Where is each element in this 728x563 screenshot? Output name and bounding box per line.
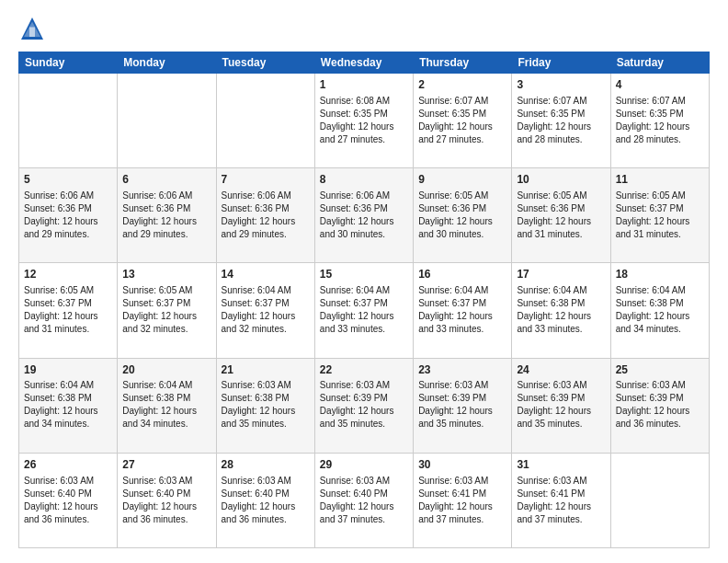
calendar-cell: 12Sunrise: 6:05 AM Sunset: 6:37 PM Dayli… [19,263,118,358]
day-info: Sunrise: 6:03 AM Sunset: 6:39 PM Dayligh… [418,379,506,431]
day-number: 8 [320,172,408,188]
calendar-cell: 25Sunrise: 6:03 AM Sunset: 6:39 PM Dayli… [610,358,709,453]
calendar-cell: 11Sunrise: 6:05 AM Sunset: 6:37 PM Dayli… [610,168,709,263]
calendar-cell: 28Sunrise: 6:03 AM Sunset: 6:40 PM Dayli… [216,453,314,547]
day-info: Sunrise: 6:05 AM Sunset: 6:37 PM Dayligh… [616,190,704,241]
day-number: 31 [517,457,605,473]
calendar-cell: 3Sunrise: 6:07 AM Sunset: 6:35 PM Daylig… [512,74,610,168]
day-info: Sunrise: 6:07 AM Sunset: 6:35 PM Dayligh… [517,95,605,146]
day-number: 29 [320,457,408,473]
day-info: Sunrise: 6:06 AM Sunset: 6:36 PM Dayligh… [122,190,210,241]
day-number: 15 [320,267,408,282]
day-number: 5 [24,172,112,188]
day-info: Sunrise: 6:03 AM Sunset: 6:39 PM Dayligh… [320,379,408,431]
calendar-cell: 27Sunrise: 6:03 AM Sunset: 6:40 PM Dayli… [118,453,216,547]
calendar-cell: 17Sunrise: 6:04 AM Sunset: 6:38 PM Dayli… [512,263,610,358]
day-info: Sunrise: 6:06 AM Sunset: 6:36 PM Dayligh… [320,190,408,241]
calendar-cell: 14Sunrise: 6:04 AM Sunset: 6:37 PM Dayli… [216,263,314,358]
day-number: 3 [517,77,605,93]
calendar-cell: 26Sunrise: 6:03 AM Sunset: 6:40 PM Dayli… [19,453,118,547]
day-info: Sunrise: 6:03 AM Sunset: 6:40 PM Dayligh… [320,475,408,526]
week-row-1: 1Sunrise: 6:08 AM Sunset: 6:35 PM Daylig… [19,74,710,168]
day-number: 13 [122,267,210,282]
day-number: 16 [418,267,506,282]
calendar-cell [216,74,314,168]
calendar-cell: 21Sunrise: 6:03 AM Sunset: 6:38 PM Dayli… [216,358,314,453]
day-number: 22 [320,362,408,378]
day-info: Sunrise: 6:03 AM Sunset: 6:39 PM Dayligh… [616,379,704,431]
day-info: Sunrise: 6:05 AM Sunset: 6:37 PM Dayligh… [122,284,210,336]
day-info: Sunrise: 6:03 AM Sunset: 6:39 PM Dayligh… [517,379,605,431]
day-number: 10 [517,172,605,188]
page: SundayMondayTuesdayWednesdayThursdayFrid… [0,0,728,563]
calendar-cell: 15Sunrise: 6:04 AM Sunset: 6:37 PM Dayli… [314,263,413,358]
day-number: 18 [616,267,704,282]
day-info: Sunrise: 6:04 AM Sunset: 6:37 PM Dayligh… [320,284,408,336]
calendar-cell: 29Sunrise: 6:03 AM Sunset: 6:40 PM Dayli… [314,453,413,547]
calendar-cell: 30Sunrise: 6:03 AM Sunset: 6:41 PM Dayli… [414,453,512,547]
day-number: 11 [616,172,704,188]
day-number: 14 [222,267,310,282]
calendar-cell: 24Sunrise: 6:03 AM Sunset: 6:39 PM Dayli… [512,358,610,453]
calendar-cell: 16Sunrise: 6:04 AM Sunset: 6:37 PM Dayli… [414,263,512,358]
day-info: Sunrise: 6:08 AM Sunset: 6:35 PM Dayligh… [320,95,408,146]
day-info: Sunrise: 6:05 AM Sunset: 6:36 PM Dayligh… [418,190,506,241]
day-number: 2 [418,77,506,93]
day-number: 27 [122,457,210,473]
day-info: Sunrise: 6:04 AM Sunset: 6:38 PM Dayligh… [24,379,112,431]
logo-icon [18,15,46,42]
day-info: Sunrise: 6:04 AM Sunset: 6:37 PM Dayligh… [222,284,310,336]
week-row-2: 5Sunrise: 6:06 AM Sunset: 6:36 PM Daylig… [19,168,710,263]
day-info: Sunrise: 6:04 AM Sunset: 6:38 PM Dayligh… [616,284,704,336]
calendar-cell [118,74,216,168]
day-info: Sunrise: 6:04 AM Sunset: 6:38 PM Dayligh… [122,379,210,431]
day-info: Sunrise: 6:03 AM Sunset: 6:41 PM Dayligh… [418,475,506,526]
calendar-cell: 22Sunrise: 6:03 AM Sunset: 6:39 PM Dayli… [314,358,413,453]
day-number: 28 [222,457,310,473]
week-row-5: 26Sunrise: 6:03 AM Sunset: 6:40 PM Dayli… [19,453,710,547]
day-number: 9 [418,172,506,188]
calendar-cell: 7Sunrise: 6:06 AM Sunset: 6:36 PM Daylig… [216,168,314,263]
day-number: 24 [517,362,605,378]
weekday-header-wednesday: Wednesday [314,52,413,74]
calendar-cell [610,453,709,547]
day-info: Sunrise: 6:04 AM Sunset: 6:37 PM Dayligh… [418,284,506,336]
day-info: Sunrise: 6:04 AM Sunset: 6:38 PM Dayligh… [517,284,605,336]
calendar-cell: 8Sunrise: 6:06 AM Sunset: 6:36 PM Daylig… [314,168,413,263]
day-info: Sunrise: 6:05 AM Sunset: 6:36 PM Dayligh… [517,190,605,241]
calendar-cell [19,74,118,168]
day-info: Sunrise: 6:03 AM Sunset: 6:41 PM Dayligh… [517,475,605,526]
day-number: 25 [616,362,704,378]
day-info: Sunrise: 6:06 AM Sunset: 6:36 PM Dayligh… [222,190,310,241]
calendar-cell: 19Sunrise: 6:04 AM Sunset: 6:38 PM Dayli… [19,358,118,453]
calendar-cell: 6Sunrise: 6:06 AM Sunset: 6:36 PM Daylig… [118,168,216,263]
day-number: 12 [24,267,112,282]
week-row-4: 19Sunrise: 6:04 AM Sunset: 6:38 PM Dayli… [19,358,710,453]
day-number: 23 [418,362,506,378]
calendar-cell: 10Sunrise: 6:05 AM Sunset: 6:36 PM Dayli… [512,168,610,263]
day-info: Sunrise: 6:05 AM Sunset: 6:37 PM Dayligh… [24,284,112,336]
day-info: Sunrise: 6:03 AM Sunset: 6:38 PM Dayligh… [222,379,310,431]
logo [18,15,50,42]
calendar-cell: 20Sunrise: 6:04 AM Sunset: 6:38 PM Dayli… [118,358,216,453]
day-info: Sunrise: 6:06 AM Sunset: 6:36 PM Dayligh… [24,190,112,241]
weekday-header-saturday: Saturday [610,52,709,74]
calendar-cell: 31Sunrise: 6:03 AM Sunset: 6:41 PM Dayli… [512,453,610,547]
calendar-cell: 2Sunrise: 6:07 AM Sunset: 6:35 PM Daylig… [414,74,512,168]
week-row-3: 12Sunrise: 6:05 AM Sunset: 6:37 PM Dayli… [19,263,710,358]
day-number: 1 [320,77,408,93]
day-number: 21 [222,362,310,378]
day-number: 7 [222,172,310,188]
weekday-header-tuesday: Tuesday [216,52,314,74]
weekday-header-row: SundayMondayTuesdayWednesdayThursdayFrid… [19,52,710,74]
svg-rect-2 [29,28,35,38]
weekday-header-sunday: Sunday [19,52,118,74]
calendar-cell: 18Sunrise: 6:04 AM Sunset: 6:38 PM Dayli… [610,263,709,358]
calendar-cell: 4Sunrise: 6:07 AM Sunset: 6:35 PM Daylig… [610,74,709,168]
day-info: Sunrise: 6:03 AM Sunset: 6:40 PM Dayligh… [222,475,310,526]
weekday-header-friday: Friday [512,52,610,74]
calendar-cell: 13Sunrise: 6:05 AM Sunset: 6:37 PM Dayli… [118,263,216,358]
day-info: Sunrise: 6:07 AM Sunset: 6:35 PM Dayligh… [418,95,506,146]
day-number: 20 [122,362,210,378]
day-number: 26 [24,457,112,473]
